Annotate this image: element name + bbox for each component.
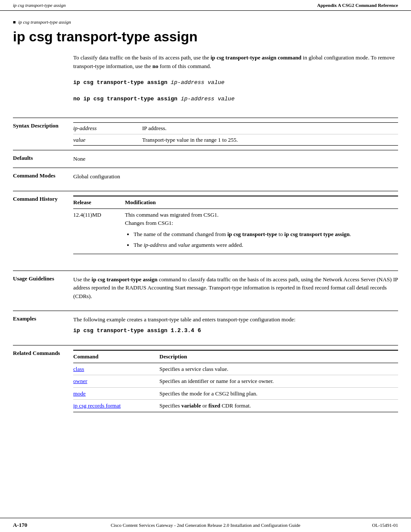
page-footer: A-170 Cisco Content Services Gateway - 2… xyxy=(0,518,411,532)
footer-page-number: A-170 xyxy=(13,522,47,529)
history-sub-text: Changes from CSG1: xyxy=(125,220,173,226)
content-area: ■ ip csg transport-type assign ip csg tr… xyxy=(0,11,411,518)
defaults-value: None xyxy=(73,156,85,162)
history-bullet-2: The ip-address and value arguments were … xyxy=(134,241,395,249)
intro-text1: To classify data traffic on the basis of… xyxy=(73,54,211,61)
syntax-cmd-1-bold: ip csg transport-type assign xyxy=(73,79,167,86)
header-right: Appendix A CSG2 Command Reference xyxy=(317,3,398,8)
syntax-cmd-2-italic: ip-address value xyxy=(177,96,235,102)
header-left: ip csg transport-type assign xyxy=(13,3,66,8)
breadcrumb-text: ■ ip csg transport-type assign xyxy=(13,19,71,25)
related-row-4: ip csg records format Specifies variable… xyxy=(73,400,398,412)
page-title: ip csg transport-type assign xyxy=(13,29,398,45)
related-bold-fixed: fixed xyxy=(209,402,220,409)
related-desc-ipcsg: Specifies variable or fixed CDR format. xyxy=(159,400,398,412)
syntax-term: ip-address xyxy=(73,123,142,134)
syntax-def: Transport-type value in the range 1 to 2… xyxy=(142,134,398,146)
command-history-content: Release Modification 12.4(11)MD This com… xyxy=(73,196,398,254)
usage-guidelines-content: Use the ip csg transport-type assign com… xyxy=(73,275,398,301)
history-col-modification: Modification xyxy=(125,196,398,208)
related-commands-label: Related Commands xyxy=(13,350,73,412)
intro-text3: form of this command. xyxy=(159,63,211,69)
history-bullet-1-text3: . xyxy=(350,231,351,237)
examples-section: Examples The following example creates a… xyxy=(13,311,398,339)
syntax-table: ip-addressIP address.valueTransport-type… xyxy=(73,122,398,146)
history-mod-text1: This command was migrated from CSG1. xyxy=(125,212,218,218)
history-release-1: 12.4(11)MD xyxy=(73,208,125,254)
defaults-content: None xyxy=(73,155,398,163)
related-cmd-class[interactable]: class xyxy=(73,363,159,375)
intro-bold1: ip csg transport-type assign command xyxy=(211,54,302,61)
history-bullet-1-bold1: ip csg transport-type xyxy=(227,231,277,237)
syntax-description-label: Syntax Description xyxy=(13,122,73,146)
related-cmd-ipcsg[interactable]: ip csg records format xyxy=(73,400,159,412)
history-bullet-2-text1: The xyxy=(134,242,143,248)
related-col-description: Description xyxy=(159,350,398,363)
syntax-cmd-2-bold: no ip csg transport-type assign xyxy=(73,96,177,102)
history-bullet-1-bold2: ip csg transport type assign xyxy=(284,231,350,237)
defaults-section: Defaults None xyxy=(13,150,398,168)
related-row-2: owner Specifies an identifier or name fo… xyxy=(73,375,398,388)
related-row-1: class Specifies a service class value. xyxy=(73,363,398,375)
history-bullet-2-text2: and xyxy=(167,242,178,248)
related-row-3: mode Specifies the mode for a CSG2 billi… xyxy=(73,387,398,400)
related-commands-content: Command Description class Specifies a se… xyxy=(73,350,398,412)
syntax-def: IP address. xyxy=(142,123,398,134)
breadcrumb: ■ ip csg transport-type assign xyxy=(13,19,398,25)
history-row-1: 12.4(11)MD This command was migrated fro… xyxy=(73,208,398,254)
page: ip csg transport-type assign Appendix A … xyxy=(0,0,411,532)
history-header-row: Release Modification xyxy=(73,196,398,208)
history-col-release: Release xyxy=(73,196,125,208)
examples-label: Examples xyxy=(13,315,73,335)
related-bold-variable: variable xyxy=(181,402,201,409)
history-bullet-1-text1: The name of the command changed from xyxy=(134,231,227,237)
usage-bold1: ip csg transport-type assign xyxy=(92,276,158,283)
syntax-line-1: ip csg transport-type assign ip-address … xyxy=(73,79,398,86)
history-bullet-2-italic1: ip-address xyxy=(143,242,167,248)
command-modes-section: Command Modes Global configuration xyxy=(13,168,398,185)
usage-guidelines-label: Usage Guidelines xyxy=(13,275,73,301)
footer-doc-number: OL-15491-01 xyxy=(364,523,398,528)
syntax-row: ip-addressIP address. xyxy=(73,123,398,134)
history-table: Release Modification 12.4(11)MD This com… xyxy=(73,196,398,254)
intro-bold2: no xyxy=(153,63,159,69)
examples-text: The following example creates a transpor… xyxy=(73,316,296,323)
related-desc-class: Specifies a service class value. xyxy=(159,363,398,375)
history-bullet-2-italic2: value xyxy=(178,242,190,248)
usage-guidelines-section: Usage Guidelines Use the ip csg transpor… xyxy=(13,271,398,305)
history-bullet-1-text2: to xyxy=(277,231,284,237)
command-modes-content: Global configuration xyxy=(73,172,398,181)
command-modes-label: Command Modes xyxy=(13,172,73,181)
page-header: ip csg transport-type assign Appendix A … xyxy=(0,0,411,11)
intro-paragraph: To classify data traffic on the basis of… xyxy=(73,53,398,70)
usage-text1: Use the xyxy=(73,276,92,283)
syntax-line-2: no ip csg transport-type assign ip-addre… xyxy=(73,95,398,102)
related-col-command: Command xyxy=(73,350,159,363)
related-table: Command Description class Specifies a se… xyxy=(73,350,398,412)
footer-center-text: Cisco Content Services Gateway - 2nd Gen… xyxy=(47,523,364,528)
related-cmd-owner[interactable]: owner xyxy=(73,375,159,388)
command-history-section: Command History Release Modification 12.… xyxy=(13,191,398,258)
syntax-cmd-1-italic: ip-address value xyxy=(167,79,224,86)
examples-code: ip csg transport-type assign 1.2.3.4 6 xyxy=(73,327,398,335)
command-history-label: Command History xyxy=(13,196,73,254)
related-commands-section: Related Commands Command Description cla… xyxy=(13,345,398,417)
related-header-row: Command Description xyxy=(73,350,398,363)
syntax-row: valueTransport-type value in the range 1… xyxy=(73,134,398,146)
related-desc-owner: Specifies an identifier or name for a se… xyxy=(159,375,398,388)
history-bullet-1: The name of the command changed from ip … xyxy=(134,230,395,239)
related-desc-mode: Specifies the mode for a CSG2 billing pl… xyxy=(159,387,398,400)
history-mod-1: This command was migrated from CSG1. Cha… xyxy=(125,208,398,254)
history-bullet-list: The name of the command changed from ip … xyxy=(134,230,395,249)
history-bullet-2-text3: arguments were added. xyxy=(190,242,243,248)
related-cmd-mode[interactable]: mode xyxy=(73,387,159,400)
syntax-term: value xyxy=(73,134,142,146)
syntax-description-content: ip-addressIP address.valueTransport-type… xyxy=(73,122,398,146)
command-modes-value: Global configuration xyxy=(73,173,120,180)
syntax-description-section: Syntax Description ip-addressIP address.… xyxy=(13,118,398,150)
defaults-label: Defaults xyxy=(13,155,73,163)
examples-content: The following example creates a transpor… xyxy=(73,315,398,335)
